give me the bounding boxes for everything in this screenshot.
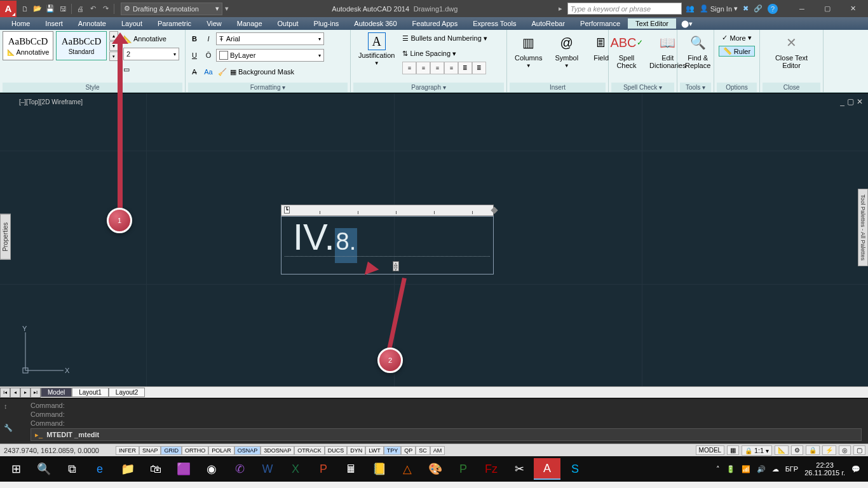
vp-maximize-icon[interactable]: ▢: [847, 97, 854, 106]
cmd-settings-icon[interactable]: 🔧: [4, 424, 13, 432]
properties-palette-tab[interactable]: Properties: [0, 214, 11, 260]
bullets-dropdown[interactable]: ☰ Bullets and Numbering ▾: [402, 34, 487, 43]
filezilla-icon[interactable]: Fz: [478, 458, 505, 480]
ws-switch-icon[interactable]: ⚙: [791, 445, 803, 455]
cmd-recent-icon[interactable]: ↕: [4, 402, 13, 410]
lt-prev-icon[interactable]: ◂: [10, 388, 20, 398]
maximize-button[interactable]: ▢: [815, 1, 840, 17]
battery-icon[interactable]: 🔋: [726, 465, 735, 473]
paint-icon[interactable]: 🎨: [422, 458, 449, 480]
gallery-more-icon[interactable]: ▾: [109, 51, 118, 61]
vp-minimize-icon[interactable]: _: [840, 97, 844, 106]
vlc-icon[interactable]: △: [394, 458, 421, 480]
italic-button[interactable]: I: [202, 32, 215, 45]
command-input[interactable]: ▸_ MTEDIT _mtedit: [31, 428, 862, 441]
powerpoint-icon[interactable]: P: [310, 458, 337, 480]
close-button[interactable]: ✕: [840, 1, 865, 17]
toggle-otrack[interactable]: OTRACK: [294, 446, 325, 455]
start-button[interactable]: ⊞: [3, 458, 29, 480]
find-replace-button[interactable]: 🔍Find & Replace: [680, 31, 715, 71]
modelspace-toggle[interactable]: MODEL: [696, 445, 725, 455]
close-texteditor-button[interactable]: ✕Close Text Editor: [763, 31, 820, 71]
mask-button[interactable]: ▭: [123, 62, 179, 77]
align-center-icon[interactable]: ≡: [430, 62, 444, 74]
tab-insert[interactable]: Insert: [37, 18, 71, 29]
toggle-grid[interactable]: GRID: [161, 446, 182, 455]
infocenter-icon[interactable]: 👥: [686, 4, 695, 13]
tab-express[interactable]: Express Tools: [465, 18, 524, 29]
edge-icon[interactable]: e: [86, 458, 113, 480]
align-default-icon[interactable]: ≡: [402, 62, 416, 74]
help-icon[interactable]: ?: [768, 4, 778, 14]
stayconnected-icon[interactable]: 🔗: [754, 4, 763, 13]
tab-texteditor[interactable]: Text Editor: [628, 18, 676, 29]
toggle-osnap[interactable]: OSNAP: [234, 446, 261, 455]
columns-button[interactable]: ▥Columns▼: [510, 31, 547, 70]
spellcheck-button[interactable]: ABC✓Spell Check: [611, 31, 642, 71]
open-icon[interactable]: 📂: [32, 3, 43, 15]
toggle-dyn[interactable]: DYN: [347, 446, 365, 455]
font-dropdown[interactable]: Ŧ Arial▾: [216, 32, 324, 45]
taskview-icon[interactable]: ⧉: [58, 458, 85, 480]
linespacing-dropdown[interactable]: ⇅ Line Spacing ▾: [402, 50, 456, 58]
tab-featured[interactable]: Featured Apps: [405, 18, 466, 29]
tab-model[interactable]: Model: [41, 388, 72, 397]
autocad-icon[interactable]: A: [534, 458, 560, 480]
wifi-icon[interactable]: 📶: [742, 465, 750, 473]
tab-manage[interactable]: Manage: [229, 18, 270, 29]
clean-screen-icon[interactable]: ▢: [853, 445, 865, 455]
toggle-sc[interactable]: SC: [416, 446, 430, 455]
viber-icon[interactable]: ✆: [226, 458, 253, 480]
text-height-input[interactable]: 2▾: [123, 48, 179, 60]
align-dist-icon[interactable]: ≣: [472, 62, 486, 74]
tab-plugins[interactable]: Plug-ins: [306, 18, 347, 29]
undo-icon[interactable]: ↶: [87, 3, 98, 15]
style-standard[interactable]: AaBbCcD Standard: [56, 31, 107, 60]
toggle-lwt[interactable]: LWT: [365, 446, 383, 455]
toggle-qp[interactable]: QP: [401, 446, 416, 455]
clock[interactable]: 22:2326.11.2015 г.: [804, 461, 845, 477]
minimize-button[interactable]: ─: [789, 1, 815, 17]
bgmask-button[interactable]: ▦ Background Mask: [230, 68, 294, 76]
ruler-toggle[interactable]: 📏 Ruler: [719, 46, 755, 57]
style-annotative[interactable]: AaBbCcD 📐 Annotative: [3, 31, 53, 60]
store-icon[interactable]: 🛍: [142, 458, 169, 480]
toggle-am[interactable]: AM: [430, 446, 445, 455]
volume-icon[interactable]: 🔊: [757, 465, 766, 473]
toggle-infer[interactable]: INFER: [116, 446, 139, 455]
mtext-body[interactable]: IV.8. ▵▿: [281, 216, 494, 274]
app-menu-icon[interactable]: A: [0, 1, 17, 17]
project-icon[interactable]: P: [450, 458, 477, 480]
toolbar-lock-icon[interactable]: 🔒: [806, 445, 820, 455]
new-icon[interactable]: 🗋: [19, 3, 31, 15]
tab-a360[interactable]: Autodesk 360: [346, 18, 404, 29]
skype-icon[interactable]: S: [562, 458, 588, 480]
mtext-editor[interactable]: ┗ IV.8. ▵▿: [281, 205, 494, 274]
tab-parametric[interactable]: Parametric: [150, 18, 199, 29]
justification-button[interactable]: A Justification▼: [353, 31, 400, 67]
onedrive-icon[interactable]: ☁: [772, 465, 779, 473]
lang-indicator[interactable]: БГР: [785, 465, 799, 473]
lt-last-icon[interactable]: ▸I: [31, 388, 41, 398]
tab-extra-icon[interactable]: ⬤▾: [676, 18, 698, 29]
calc-icon[interactable]: 🖩: [338, 458, 365, 480]
align-right-icon[interactable]: ≡: [444, 62, 458, 74]
tray-up-icon[interactable]: ˄: [716, 465, 720, 473]
tab-annotate[interactable]: Annotate: [71, 18, 114, 29]
tab-output[interactable]: Output: [270, 18, 306, 29]
ruler-handle-icon[interactable]: [491, 207, 498, 214]
toggle-3dosnap[interactable]: 3DOSNAP: [261, 446, 294, 455]
hardware-accel-icon[interactable]: ⚡: [822, 445, 836, 455]
search-icon[interactable]: 🔍: [31, 458, 57, 480]
case-button[interactable]: Aa: [202, 65, 215, 78]
color-dropdown[interactable]: ByLayer▾: [216, 49, 324, 62]
save-icon[interactable]: 💾: [44, 3, 56, 15]
toggle-ortho[interactable]: ORTHO: [182, 446, 208, 455]
toggle-polar[interactable]: POLAR: [208, 446, 234, 455]
tool-palettes-tab[interactable]: Tool Palettes - All Palettes: [858, 189, 868, 266]
annoscale-button[interactable]: 🔒 1:1 ▾: [742, 445, 772, 456]
tab-layout2[interactable]: Layout2: [109, 388, 146, 397]
strikethrough-button[interactable]: A̶: [188, 65, 201, 78]
signin-button[interactable]: 👤 Sign In ▾: [700, 4, 738, 13]
snip-icon[interactable]: ✂: [506, 458, 532, 480]
